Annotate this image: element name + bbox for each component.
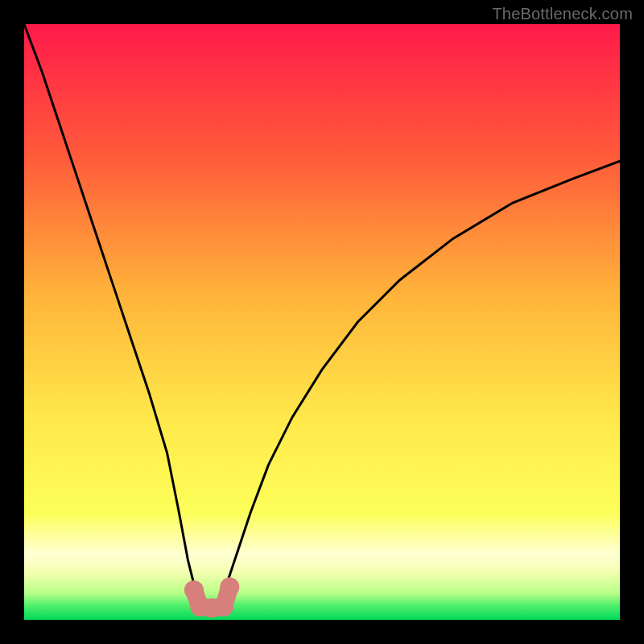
watermark-text: TheBottleneck.com bbox=[492, 5, 633, 23]
marker-lower-band-floor-right bbox=[214, 597, 233, 617]
gradient-bg bbox=[24, 24, 620, 620]
marker-lower-band-right bbox=[220, 577, 239, 597]
marker-lower-band-left bbox=[184, 580, 204, 600]
chart-frame: TheBottleneck.com bbox=[0, 0, 644, 644]
plot-svg bbox=[24, 24, 620, 620]
plot-area bbox=[24, 24, 620, 620]
